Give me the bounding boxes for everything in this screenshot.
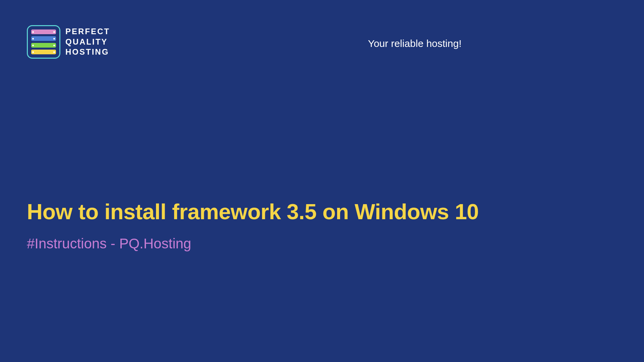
server-bar-icon xyxy=(31,43,56,48)
header: PERFECT QUALITY HOSTING Your reliable ho… xyxy=(0,0,488,59)
tagline: Your reliable hosting! xyxy=(368,38,462,49)
logo-text: PERFECT QUALITY HOSTING xyxy=(65,27,110,57)
subtitle: #Instructions - PQ.Hosting xyxy=(27,236,191,252)
logo-text-line-1: PERFECT xyxy=(65,27,110,37)
content: How to install framework 3.5 on Windows … xyxy=(27,199,479,225)
logo-icon xyxy=(27,25,60,59)
logo-text-line-3: HOSTING xyxy=(65,47,110,57)
server-bar-icon xyxy=(31,36,56,41)
logo-container: PERFECT QUALITY HOSTING xyxy=(27,25,110,59)
logo-text-line-2: QUALITY xyxy=(65,37,110,47)
server-bar-icon xyxy=(31,50,56,54)
page-title: How to install framework 3.5 on Windows … xyxy=(27,199,479,225)
server-bar-icon xyxy=(31,29,56,34)
